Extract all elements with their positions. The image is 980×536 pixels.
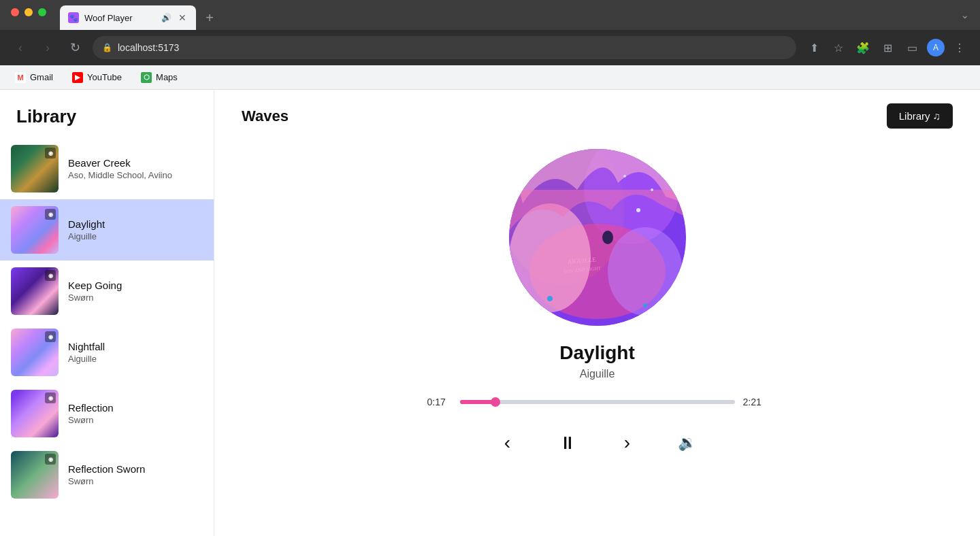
share-icon[interactable]: ⬆	[804, 38, 823, 57]
extensions-icon[interactable]: 🧩	[853, 38, 872, 57]
close-window-btn[interactable]	[11, 8, 19, 16]
window-controls	[11, 8, 46, 16]
controls-row: ‹ ⏸ › 🔉	[491, 426, 704, 459]
reload-btn[interactable]: ↻	[65, 38, 84, 57]
item-artist-beaver-creek: Aso, Middle School, Aviino	[68, 170, 203, 180]
tab-audio-icon: 🔊	[161, 13, 172, 22]
album-art-circle: AIGUILLE DAY AND NIGHT	[509, 149, 686, 326]
item-title-beaver-creek: Beaver Creek	[68, 157, 203, 169]
item-info-keep-going: Keep Going Swørn	[68, 280, 203, 303]
library-item-daylight[interactable]: ◉ Daylight Aiguille	[0, 199, 214, 261]
progress-bar[interactable]	[460, 400, 735, 404]
svg-point-12	[602, 231, 613, 244]
item-title-reflection: Reflection	[68, 402, 203, 414]
back-icon: ‹	[18, 41, 22, 55]
item-title-reflection-sworn: Reflection Sworn	[68, 463, 203, 475]
menu-icon[interactable]: ⋮	[950, 38, 969, 57]
item-artist-reflection: Swørn	[68, 415, 203, 425]
player-header: Waves Library ♫	[242, 90, 953, 129]
main-player: Waves Library ♫	[214, 90, 980, 536]
tab-bar: 🐾 Woof Player 🔊 ✕ + ⌄	[0, 0, 980, 30]
reload-icon: ↻	[70, 40, 80, 55]
progress-fill	[460, 400, 496, 404]
track-artist: Aiguille	[580, 368, 615, 380]
app-content: Library ◉ Beaver Creek Aso, Middle Schoo…	[0, 90, 980, 536]
item-title-nightfall: Nightfall	[68, 341, 203, 352]
library-item-reflection-sworn[interactable]: ◉ Reflection Sworn Swørn	[0, 444, 214, 505]
bookmark-gmail[interactable]: M Gmail	[11, 69, 57, 86]
bookmarks-bar: M Gmail ▶ YouTube ⬡ Maps	[0, 65, 980, 90]
item-artist-daylight: Aiguille	[68, 231, 203, 241]
volume-icon: 🔉	[678, 434, 696, 452]
album-art-keep-going: ◉	[11, 267, 59, 315]
tab-chevron-icon[interactable]: ⌄	[961, 10, 969, 20]
address-text: localhost:5173	[118, 42, 787, 53]
gmail-icon: M	[15, 72, 26, 83]
pause-icon: ⏸	[559, 433, 576, 454]
sidebar-toggle-icon[interactable]: ▭	[902, 38, 921, 57]
library-item-reflection[interactable]: ◉ Reflection Swørn	[0, 383, 214, 444]
item-title-daylight: Daylight	[68, 218, 203, 230]
svg-point-9	[623, 175, 626, 178]
playlist-title: Waves	[242, 107, 289, 125]
profile-avatar[interactable]: A	[927, 39, 945, 56]
bookmark-maps[interactable]: ⬡ Maps	[137, 69, 182, 86]
bookmark-youtube-label: YouTube	[87, 72, 122, 82]
browser-window: 🐾 Woof Player 🔊 ✕ + ⌄ ‹ › ↻ 🔒 localhost:…	[0, 0, 980, 536]
current-time-label: 0:17	[427, 397, 452, 407]
prev-track-btn[interactable]: ‹	[491, 426, 524, 459]
item-artist-reflection-sworn: Swørn	[68, 476, 203, 486]
album-art-beaver-creek: ◉	[11, 145, 59, 192]
item-artist-keep-going: Swørn	[68, 292, 203, 303]
tab-close-btn[interactable]: ✕	[177, 12, 188, 23]
progress-thumb	[491, 397, 500, 407]
lock-icon: 🔒	[102, 43, 112, 52]
bookmark-youtube[interactable]: ▶ YouTube	[68, 69, 126, 86]
next-icon: ›	[624, 432, 630, 454]
item-info-reflection: Reflection Swørn	[68, 402, 203, 425]
item-artist-nightfall: Aiguille	[68, 354, 203, 364]
item-info-daylight: Daylight Aiguille	[68, 218, 203, 241]
svg-point-10	[547, 296, 553, 301]
back-btn[interactable]: ‹	[11, 38, 30, 57]
item-title-keep-going: Keep Going	[68, 280, 203, 291]
forward-icon: ›	[46, 41, 50, 55]
sidebar-title: Library	[0, 90, 214, 138]
tab-title-label: Woof Player	[84, 13, 156, 23]
bookmark-gmail-label: Gmail	[30, 72, 53, 82]
total-time-label: 2:21	[743, 397, 768, 407]
active-tab[interactable]: 🐾 Woof Player 🔊 ✕	[60, 5, 196, 30]
library-item-beaver-creek[interactable]: ◉ Beaver Creek Aso, Middle School, Aviin…	[0, 138, 214, 199]
album-art-nightfall: ◉	[11, 329, 59, 376]
svg-point-8	[651, 188, 653, 191]
youtube-icon: ▶	[72, 72, 83, 83]
play-pause-btn[interactable]: ⏸	[551, 426, 584, 459]
progress-row: 0:17 2:21	[427, 397, 768, 407]
bookmark-maps-label: Maps	[156, 72, 178, 82]
album-art-reflection-sworn: ◉	[11, 451, 59, 499]
svg-point-6	[608, 227, 683, 316]
svg-point-7	[636, 208, 640, 212]
toolbar-icons: ⬆ ☆ 🧩 ⊞ ▭ A ⋮	[804, 38, 969, 57]
svg-point-11	[643, 303, 647, 307]
volume-btn[interactable]: 🔉	[671, 426, 704, 459]
album-art-daylight: ◉	[11, 206, 59, 254]
maximize-window-btn[interactable]	[38, 8, 46, 16]
item-info-nightfall: Nightfall Aiguille	[68, 341, 203, 364]
item-info-beaver-creek: Beaver Creek Aso, Middle School, Aviino	[68, 157, 203, 180]
album-art-reflection: ◉	[11, 390, 59, 437]
forward-btn[interactable]: ›	[38, 38, 57, 57]
next-track-btn[interactable]: ›	[611, 426, 644, 459]
bookmark-star-icon[interactable]: ☆	[829, 38, 848, 57]
track-title: Daylight	[559, 342, 634, 364]
tab-grid-icon[interactable]: ⊞	[878, 38, 897, 57]
sidebar: Library ◉ Beaver Creek Aso, Middle Schoo…	[0, 90, 214, 536]
library-item-nightfall[interactable]: ◉ Nightfall Aiguille	[0, 322, 214, 383]
library-button[interactable]: Library ♫	[887, 103, 953, 129]
library-item-keep-going[interactable]: ◉ Keep Going Swørn	[0, 261, 214, 322]
address-bar[interactable]: 🔒 localhost:5173	[93, 36, 796, 59]
maps-icon: ⬡	[141, 72, 152, 83]
player-content: AIGUILLE DAY AND NIGHT Daylight Aiguille…	[242, 129, 953, 536]
minimize-window-btn[interactable]	[24, 8, 33, 16]
new-tab-btn[interactable]: +	[200, 8, 219, 27]
